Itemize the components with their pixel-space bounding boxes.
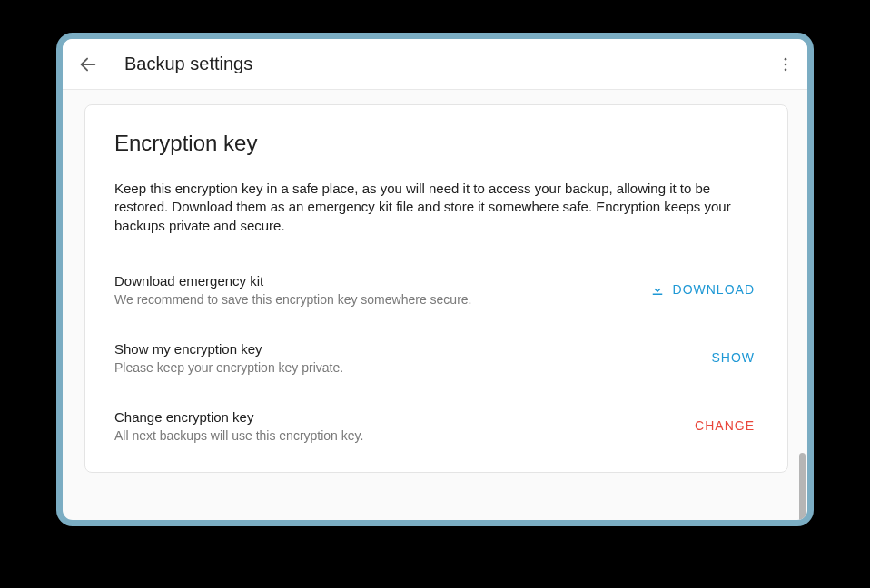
show-button-label: SHOW [711, 350, 755, 365]
content-area: Encryption key Keep this encryption key … [63, 90, 807, 520]
encryption-key-card: Encryption key Keep this encryption key … [84, 104, 788, 473]
change-row: Change encryption key All next backups w… [114, 409, 758, 443]
show-button[interactable]: SHOW [707, 345, 758, 370]
download-row: Download emergency kit We recommend to s… [114, 273, 758, 307]
more-vert-icon[interactable] [775, 54, 796, 75]
download-icon [649, 281, 666, 298]
change-button-label: CHANGE [695, 418, 755, 433]
show-row-text: Show my encryption key Please keep your … [114, 341, 707, 375]
back-arrow-icon[interactable] [77, 54, 99, 75]
download-row-text: Download emergency kit We recommend to s… [114, 273, 646, 307]
page-title: Backup settings [124, 54, 775, 74]
change-row-sub: All next backups will use this encryptio… [114, 428, 691, 443]
scrollbar-thumb[interactable] [799, 453, 806, 520]
show-row-sub: Please keep your encryption key private. [114, 360, 707, 375]
download-button[interactable]: DOWNLOAD [646, 276, 758, 303]
settings-window: Backup settings Encryption key Keep this… [56, 33, 814, 526]
svg-point-1 [785, 57, 787, 60]
change-row-label: Change encryption key [114, 409, 691, 425]
card-description: Keep this encryption key in a safe place… [114, 180, 758, 235]
svg-rect-4 [652, 294, 662, 296]
svg-point-3 [785, 68, 787, 71]
download-button-label: DOWNLOAD [673, 282, 755, 297]
card-title: Encryption key [114, 131, 758, 156]
svg-point-2 [785, 63, 787, 65]
header-bar: Backup settings [63, 39, 807, 90]
show-row: Show my encryption key Please keep your … [114, 341, 758, 375]
download-row-label: Download emergency kit [114, 273, 646, 289]
change-button[interactable]: CHANGE [691, 413, 758, 438]
download-row-sub: We recommend to save this encryption key… [114, 292, 646, 307]
show-row-label: Show my encryption key [114, 341, 707, 357]
change-row-text: Change encryption key All next backups w… [114, 409, 691, 443]
